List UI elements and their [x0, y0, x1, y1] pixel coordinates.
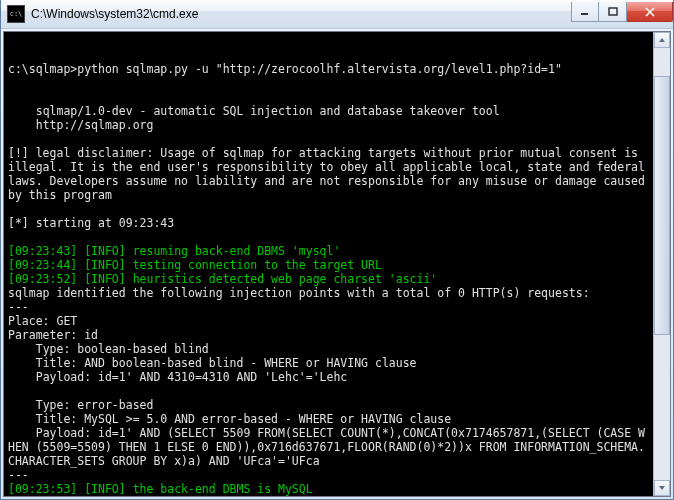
svg-marker-5 [659, 486, 665, 490]
dashes: --- [8, 468, 29, 482]
banner-url: http://sqlmap.org [8, 118, 153, 132]
disclaimer-text: [!] legal disclaimer: Usage of sqlmap fo… [8, 146, 652, 202]
log-message: heuristics detected web page charset 'as… [126, 272, 438, 286]
cmd-window: C:\Windows\system32\cmd.exe c:\sqlmap>py… [0, 0, 674, 500]
svg-rect-1 [609, 8, 617, 15]
terminal[interactable]: c:\sqlmap>python sqlmap.py -u "http://ze… [3, 31, 671, 497]
place-line: Place: GET [8, 314, 77, 328]
maximize-button[interactable] [599, 2, 627, 22]
window-title: C:\Windows\system32\cmd.exe [31, 7, 571, 21]
minimize-button[interactable] [571, 2, 599, 22]
window-controls [571, 2, 673, 22]
scroll-thumb[interactable] [654, 76, 670, 335]
log-timestamp: [09:23:53] [INFO] [8, 482, 126, 496]
scroll-track[interactable] [654, 48, 670, 480]
log-timestamp: [09:23:52] [INFO] [8, 272, 126, 286]
banner-line: sqlmap/1.0-dev - automatic SQL injection… [8, 104, 500, 118]
technique-type: Type: boolean-based blind [8, 342, 209, 356]
scrollbar[interactable] [653, 32, 670, 496]
parameter-line: Parameter: id [8, 328, 98, 342]
dashes: --- [8, 300, 29, 314]
technique-title: Title: AND boolean-based blind - WHERE o… [8, 356, 417, 370]
technique-payload: Payload: id=1' AND (SELECT 5509 FROM(SEL… [8, 426, 645, 468]
prompt-line: c:\sqlmap>python sqlmap.py -u "http://ze… [8, 62, 562, 76]
scroll-down-button[interactable] [654, 480, 670, 496]
technique-payload: Payload: id=1' AND 4310=4310 AND 'Lehc'=… [8, 370, 347, 384]
log-timestamp: [09:23:44] [INFO] [8, 258, 126, 272]
log-message: resuming back-end DBMS 'mysql' [126, 244, 341, 258]
scroll-up-button[interactable] [654, 32, 670, 48]
cmd-icon [7, 5, 25, 23]
log-message: the back-end DBMS is MySQL [126, 482, 313, 496]
identified-line: sqlmap identified the following injectio… [8, 286, 590, 300]
terminal-content: c:\sqlmap>python sqlmap.py -u "http://ze… [8, 62, 666, 497]
close-button[interactable] [627, 2, 673, 22]
log-message: testing connection to the target URL [126, 258, 382, 272]
log-timestamp: [09:23:43] [INFO] [8, 244, 126, 258]
technique-title: Title: MySQL >= 5.0 AND error-based - WH… [8, 412, 451, 426]
webtech-line: web application technology: Apache [8, 496, 243, 497]
svg-marker-4 [659, 38, 665, 42]
starting-line: [*] starting at 09:23:43 [8, 216, 174, 230]
technique-type: Type: error-based [8, 398, 153, 412]
titlebar[interactable]: C:\Windows\system32\cmd.exe [1, 0, 673, 29]
